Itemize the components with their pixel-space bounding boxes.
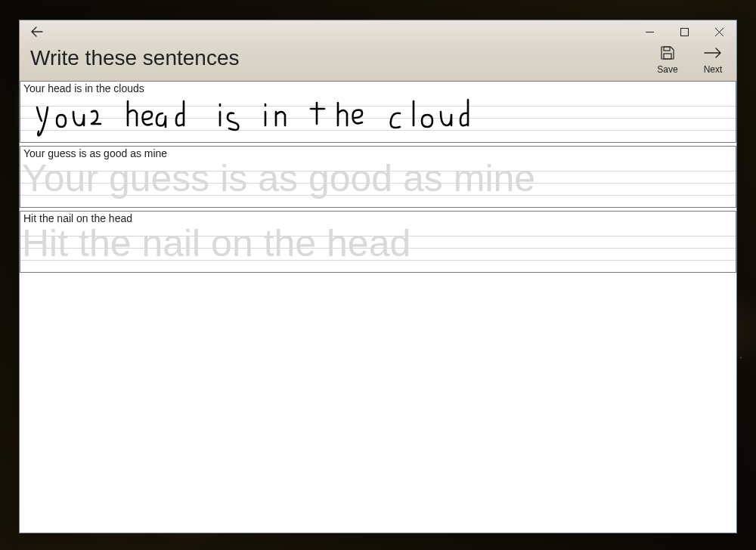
app-window: Write these sentences Save	[19, 20, 737, 533]
handwriting-ink	[23, 95, 507, 138]
back-button[interactable]	[20, 20, 54, 43]
content-area: Your head is in the clouds	[20, 81, 736, 533]
svg-rect-1	[680, 28, 688, 36]
minimize-icon	[646, 28, 654, 36]
sentence-block: Hit the nail on the head Hit the nail on…	[20, 211, 736, 273]
close-button[interactable]	[702, 20, 736, 43]
header-row: Write these sentences Save	[20, 43, 736, 81]
sentence-prompt: Hit the nail on the head	[20, 212, 736, 225]
maximize-icon	[680, 28, 689, 36]
sentence-prompt: Your head is in the clouds	[20, 82, 736, 95]
next-button[interactable]: Next	[697, 45, 729, 75]
sentence-prompt: Your guess is as good as mine	[20, 147, 736, 160]
toolbar: Save Next	[652, 43, 729, 75]
sentence-block: Your head is in the clouds	[20, 81, 736, 143]
close-icon	[715, 28, 723, 36]
writing-area[interactable]: Hit the nail on the head	[20, 225, 736, 272]
save-button[interactable]: Save	[652, 45, 683, 75]
window-controls	[632, 20, 736, 43]
save-label: Save	[657, 64, 677, 75]
writing-area[interactable]	[20, 95, 736, 142]
maximize-button[interactable]	[667, 20, 702, 43]
svg-rect-4	[664, 47, 670, 51]
writing-area[interactable]: Your guess is as good as mine	[20, 160, 736, 207]
next-label: Next	[704, 64, 723, 75]
guide-text: Your guess is as good as mine	[22, 160, 535, 201]
svg-rect-5	[664, 54, 671, 59]
next-arrow-icon	[704, 47, 722, 59]
sentence-block: Your guess is as good as mine Your guess…	[20, 146, 736, 208]
title-bar	[20, 20, 736, 43]
save-icon	[660, 45, 675, 60]
guide-text: Hit the nail on the head	[22, 225, 411, 266]
minimize-button[interactable]	[632, 20, 667, 43]
back-arrow-icon	[31, 26, 43, 37]
page-title: Write these sentences	[27, 43, 240, 70]
